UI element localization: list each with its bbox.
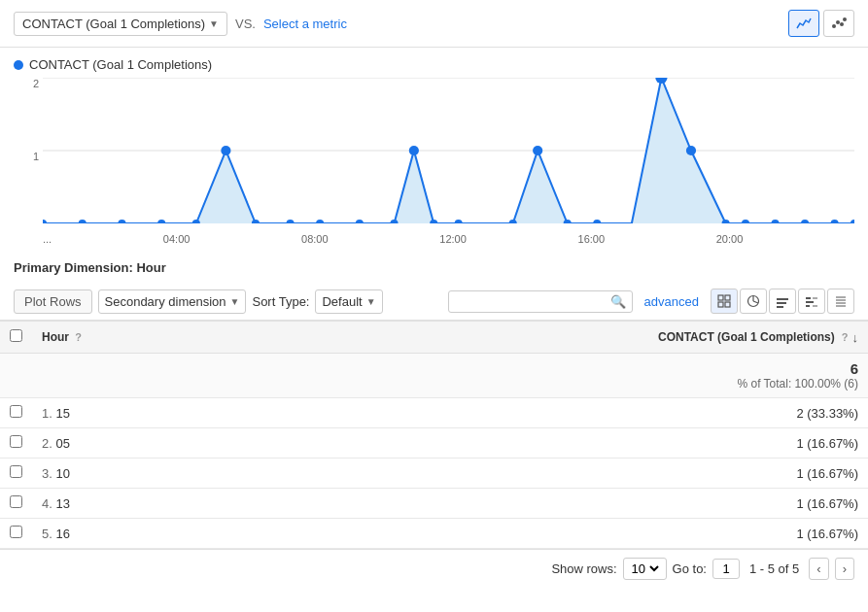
table-row: 3. 10 1 (16.67%) bbox=[0, 459, 868, 489]
secondary-dimension-dropdown[interactable]: Secondary dimension ▼ bbox=[98, 289, 247, 314]
chart-icon-group bbox=[788, 10, 854, 37]
svg-rect-50 bbox=[813, 297, 817, 299]
row2-checkbox-input[interactable] bbox=[10, 435, 22, 448]
select-metric-link[interactable]: Select a metric bbox=[263, 17, 347, 31]
plot-rows-button[interactable]: Plot Rows bbox=[14, 289, 92, 314]
svg-rect-49 bbox=[806, 305, 810, 307]
row5-value: 16 bbox=[55, 527, 69, 541]
x-label-2000: 20:00 bbox=[716, 233, 744, 253]
search-icon[interactable]: 🔍 bbox=[610, 294, 626, 309]
svg-point-1 bbox=[836, 20, 840, 24]
next-page-button[interactable]: › bbox=[835, 558, 854, 580]
svg-point-30 bbox=[686, 146, 696, 155]
grid-view-btn[interactable] bbox=[711, 289, 738, 314]
row4-checkbox-input[interactable] bbox=[10, 495, 22, 508]
row2-checkbox bbox=[0, 428, 32, 459]
metric-dropdown-arrow: ▼ bbox=[209, 18, 219, 29]
view-buttons bbox=[711, 289, 854, 314]
density-view-btn[interactable] bbox=[827, 289, 854, 314]
svg-point-35 bbox=[831, 220, 839, 223]
svg-point-16 bbox=[221, 146, 230, 155]
advanced-link[interactable]: advanced bbox=[644, 294, 699, 309]
x-label-dots: ... bbox=[43, 233, 52, 253]
rows-select[interactable]: 10 25 50 bbox=[623, 558, 667, 580]
svg-marker-7 bbox=[161, 151, 290, 223]
y-label-2: 2 bbox=[33, 78, 39, 89]
svg-point-26 bbox=[533, 146, 542, 155]
bar-view-btn[interactable] bbox=[769, 289, 796, 314]
table-footer: Show rows: 10 25 50 Go to: 1 - 5 of 5 ‹ … bbox=[0, 549, 868, 588]
goto-input[interactable] bbox=[712, 559, 740, 579]
y-axis: 2 1 bbox=[14, 78, 43, 223]
x-label-1600: 16:00 bbox=[578, 233, 606, 253]
row2-value: 05 bbox=[55, 436, 69, 451]
svg-point-18 bbox=[287, 220, 295, 223]
row3-value: 10 bbox=[55, 466, 69, 481]
col1-header-label: Hour bbox=[42, 330, 69, 344]
row3-dim: 3. 10 bbox=[32, 459, 210, 489]
col2-header-label: CONTACT (Goal 1 Completions) bbox=[658, 330, 835, 344]
svg-rect-47 bbox=[806, 297, 811, 299]
pie-view-btn[interactable] bbox=[740, 289, 767, 314]
table-row: 2. 05 1 (16.67%) bbox=[0, 428, 868, 459]
x-label-0400: 04:00 bbox=[163, 233, 191, 253]
svg-rect-46 bbox=[777, 306, 783, 308]
scatter-chart-icon-btn[interactable] bbox=[823, 10, 854, 37]
row4-value: 13 bbox=[55, 496, 69, 511]
chart-legend: CONTACT (Goal 1 Completions) bbox=[14, 57, 854, 72]
legend-label: CONTACT (Goal 1 Completions) bbox=[29, 57, 212, 72]
svg-rect-44 bbox=[777, 298, 788, 300]
chart-svg bbox=[43, 78, 854, 223]
secondary-dim-label: Secondary dimension bbox=[105, 294, 226, 309]
svg-rect-38 bbox=[725, 295, 730, 300]
row1-rank: 1. bbox=[42, 406, 52, 421]
show-rows-label: Show rows: bbox=[551, 561, 616, 576]
sort-type-dropdown[interactable]: Default ▼ bbox=[315, 289, 382, 314]
row4-metric: 1 (16.67%) bbox=[210, 489, 868, 519]
row5-dim: 5. 16 bbox=[32, 519, 210, 549]
header-checkbox-col bbox=[0, 322, 32, 354]
line-chart-icon-btn[interactable] bbox=[788, 10, 819, 37]
sort-arrow: ▼ bbox=[366, 296, 376, 307]
rows-select-input[interactable]: 10 25 50 bbox=[628, 561, 662, 577]
col1-help-icon[interactable]: ? bbox=[75, 331, 82, 343]
col2-help-icon[interactable]: ? bbox=[842, 331, 849, 343]
goto-label: Go to: bbox=[673, 561, 707, 576]
summary-checkbox-col bbox=[0, 354, 32, 398]
svg-rect-45 bbox=[777, 302, 786, 304]
chart-container: 2 1 bbox=[14, 78, 854, 253]
svg-rect-40 bbox=[725, 302, 730, 307]
col1-header: Hour ? bbox=[32, 322, 210, 354]
table-row: 5. 16 1 (16.67%) bbox=[0, 519, 868, 549]
metric-dropdown[interactable]: CONTACT (Goal 1 Completions) ▼ bbox=[14, 12, 227, 36]
y-label-1: 1 bbox=[33, 151, 39, 162]
compare-view-btn[interactable] bbox=[798, 289, 825, 314]
row5-checkbox-input[interactable] bbox=[10, 526, 22, 538]
select-all-checkbox[interactable] bbox=[10, 329, 22, 342]
svg-point-22 bbox=[409, 146, 419, 155]
metric-header: CONTACT (Goal 1 Completions) ▼ VS. Selec… bbox=[0, 0, 868, 48]
col2-header: CONTACT (Goal 1 Completions) ? ↓ bbox=[210, 322, 868, 354]
sort-default-label: Default bbox=[322, 294, 362, 309]
svg-marker-9 bbox=[478, 151, 597, 223]
svg-point-33 bbox=[771, 220, 779, 223]
prev-page-button[interactable]: ‹ bbox=[809, 558, 828, 580]
primary-dim-value: Hour bbox=[136, 260, 165, 275]
svg-point-34 bbox=[801, 220, 809, 223]
primary-dimension: Primary Dimension: Hour bbox=[0, 253, 868, 283]
row4-dim: 4. 13 bbox=[32, 489, 210, 519]
row1-dim: 1. 15 bbox=[32, 398, 210, 428]
row3-rank: 3. bbox=[42, 466, 52, 481]
row3-checkbox-input[interactable] bbox=[10, 465, 22, 478]
row1-checkbox-input[interactable] bbox=[10, 405, 22, 418]
row5-rank: 5. bbox=[42, 527, 52, 541]
compare-icon bbox=[805, 294, 818, 308]
row1-metric: 2 (33.33%) bbox=[210, 398, 868, 428]
svg-point-20 bbox=[356, 220, 364, 223]
search-input[interactable] bbox=[455, 294, 610, 309]
svg-point-29 bbox=[655, 78, 667, 84]
svg-point-36 bbox=[851, 220, 854, 223]
line-chart-icon bbox=[796, 17, 812, 30]
bar-icon bbox=[776, 294, 789, 308]
row2-dim: 2. 05 bbox=[32, 428, 210, 459]
